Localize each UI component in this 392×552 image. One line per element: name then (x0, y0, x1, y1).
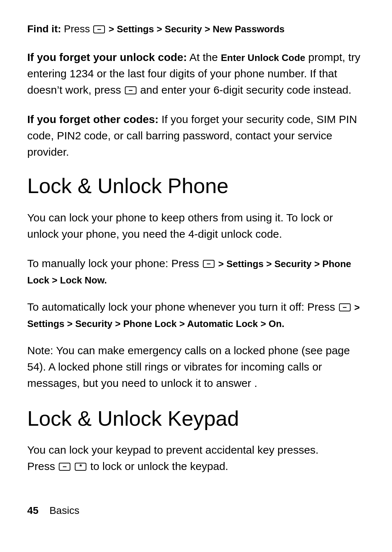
lock-unlock-phone-intro: You can lock your phone to keep others f… (27, 209, 365, 242)
forget-other-label: If you forget other codes: (27, 113, 159, 125)
menu-button-icon-5 (59, 463, 70, 471)
note-paragraph: Note: You can make emergency calls on a … (27, 342, 365, 391)
lock-unlock-keypad-heading: Lock & Unlock Keypad (27, 406, 365, 431)
footer-page-number: 45 (27, 503, 38, 518)
manual-lock-text: your phone: Press (111, 257, 202, 269)
lock-unlock-phone-heading: Lock & Unlock Phone (27, 173, 365, 199)
footer-section: Basics (49, 503, 79, 518)
forget-unlock-label: If you forget your unlock code: (27, 51, 187, 63)
keypad-press-text: Press (27, 460, 58, 472)
forget-unlock-rest: and enter your 6-digit security code ins… (140, 84, 351, 96)
menu-button-icon (93, 25, 105, 33)
auto-lock-paragraph: To automatically lock your phone wheneve… (27, 299, 365, 331)
keypad-paragraph: You can lock your keypad to prevent acci… (27, 442, 365, 474)
manual-lock-paragraph: To manually lock your phone: Press > Set… (27, 255, 365, 288)
find-it-line: Find it: Press > Settings > Security > N… (27, 22, 365, 36)
auto-lock-intro: To (27, 301, 42, 313)
keypad-text1: You can lock your keypad to prevent acci… (27, 444, 319, 456)
auto-lock-bold: automatically lock (42, 301, 128, 313)
manual-lock-intro: To (27, 257, 42, 269)
find-it-press: Press (64, 23, 93, 34)
footer: 45 Basics (27, 503, 365, 518)
star-button-icon (75, 463, 86, 471)
keypad-section: Lock & Unlock Keypad You can lock your k… (27, 406, 365, 475)
find-it-label: Find it: (27, 23, 61, 34)
menu-button-icon-3 (203, 260, 215, 268)
auto-lock-text: your phone whenever you turn it off: Pre… (131, 301, 338, 313)
page-content: Find it: Press > Settings > Security > N… (27, 22, 365, 518)
menu-button-icon-2 (125, 86, 136, 94)
note-label: Note: (27, 344, 53, 356)
note-end: . (254, 377, 257, 389)
note-bold-answer: but you need to unlock it to answer (83, 377, 251, 389)
forget-unlock-paragraph: If you forget your unlock code: At the E… (27, 49, 365, 98)
keypad-text3: to lock or unlock the keypad. (90, 460, 228, 472)
find-it-path: > Settings > Security > New Passwords (109, 24, 285, 34)
menu-button-icon-4 (339, 303, 351, 311)
forget-other-paragraph: If you forget other codes: If you forget… (27, 111, 365, 160)
manual-lock-bold: manually lock (42, 257, 108, 269)
